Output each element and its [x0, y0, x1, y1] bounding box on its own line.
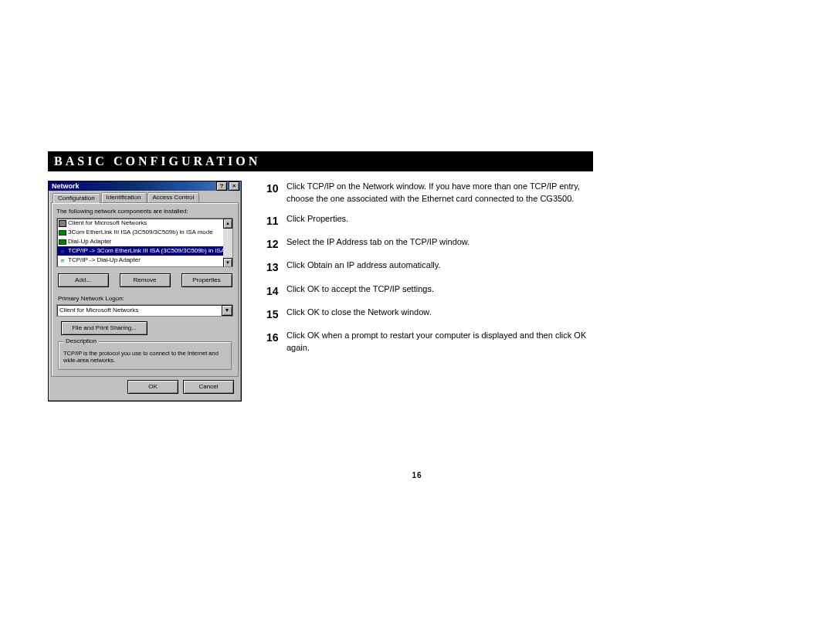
client-icon — [59, 219, 66, 227]
tab-configuration[interactable]: Configuration — [53, 193, 100, 203]
tab-panel: The following network components are ins… — [51, 202, 239, 377]
step: 14Click OK to accept the TCP/IP settings… — [266, 283, 593, 299]
protocol-icon — [59, 247, 66, 255]
list-item-selected: TCP/IP -> 3Com EtherLink III ISA (3C509/… — [57, 246, 232, 256]
protocol-icon — [59, 256, 66, 264]
close-button[interactable]: × — [229, 181, 239, 191]
components-listbox[interactable]: Client for Microsoft Networks 3Com Ether… — [56, 218, 233, 267]
step-number: 16 — [266, 330, 286, 354]
tabs: Configuration Identification Access Cont… — [53, 192, 239, 202]
page-title: BASIC CONFIGURATION — [48, 151, 593, 171]
tab-access-control[interactable]: Access Control — [147, 192, 200, 202]
step-text: Click OK to accept the TCP/IP settings. — [286, 283, 593, 299]
dialog-titlebar: Network ? × — [49, 181, 241, 191]
list-item: Client for Microsoft Networks — [57, 219, 232, 228]
list-item-label: TCP/IP -> Dial-Up Adapter — [68, 256, 141, 264]
step-number: 11 — [266, 213, 286, 229]
logon-label: Primary Network Logon: — [58, 295, 232, 303]
list-item-label: TCP/IP -> 3Com EtherLink III ISA (3C509/… — [68, 247, 225, 255]
step: 15Click OK to close the Network window. — [266, 307, 593, 322]
ok-button[interactable]: OK — [127, 380, 178, 394]
adapter-icon — [59, 238, 66, 246]
help-button[interactable]: ? — [216, 181, 227, 191]
step-number: 14 — [266, 283, 286, 299]
list-item-label: Dial-Up Adapter — [68, 238, 111, 246]
step-number: 15 — [266, 307, 286, 322]
list-item: Dial-Up Adapter — [57, 237, 232, 246]
step: 13Click Obtain an IP address automatical… — [266, 259, 593, 275]
network-dialog: Network ? × Configuration Identification… — [48, 181, 242, 402]
description-legend: Description — [63, 337, 99, 345]
step-text: Click Properties. — [286, 213, 593, 229]
logon-combo[interactable]: Client for Microsoft Networks ▼ — [56, 304, 233, 317]
step-text: Select the IP Address tab on the TCP/IP … — [286, 236, 593, 252]
scrollbar[interactable]: ▲ ▼ — [223, 219, 232, 266]
step-text: Click OK to close the Network window. — [286, 307, 593, 322]
step-number: 12 — [266, 236, 286, 252]
scroll-up-button[interactable]: ▲ — [223, 219, 232, 229]
step-number: 10 — [266, 181, 286, 205]
remove-button[interactable]: Remove — [120, 273, 171, 287]
adapter-icon — [59, 229, 66, 236]
description-group: Description TCP/IP is the protocol you u… — [58, 341, 232, 370]
description-text: TCP/IP is the protocol you use to connec… — [63, 350, 226, 364]
step: 16Click OK when a prompt to restart your… — [266, 330, 593, 354]
content-area: Network ? × Configuration Identification… — [48, 181, 593, 402]
tab-identification[interactable]: Identification — [101, 192, 147, 202]
properties-button[interactable]: Properties — [181, 273, 232, 287]
step: 12Select the IP Address tab on the TCP/I… — [266, 236, 593, 252]
scroll-down-button[interactable]: ▼ — [223, 258, 232, 267]
list-item-label: Client for Microsoft Networks — [68, 219, 147, 227]
add-button[interactable]: Add... — [58, 273, 109, 287]
step-text: Click OK when a prompt to restart your c… — [286, 330, 593, 354]
step-text: Click TCP/IP on the Network window. If y… — [286, 181, 593, 205]
list-item: 3Com EtherLink III ISA (3C509/3C509b) in… — [57, 228, 232, 237]
list-item-label: 3Com EtherLink III ISA (3C509/3C509b) in… — [68, 229, 213, 236]
step: 10Click TCP/IP on the Network window. If… — [266, 181, 593, 205]
dialog-title: Network — [52, 182, 80, 191]
chevron-down-icon[interactable]: ▼ — [222, 305, 232, 316]
file-print-sharing-button[interactable]: File and Print Sharing... — [61, 321, 147, 335]
list-item: TCP/IP -> Dial-Up Adapter — [57, 256, 232, 265]
logon-value: Client for Microsoft Networks — [59, 307, 222, 314]
page-number: 16 — [0, 471, 834, 480]
step-text: Click Obtain an IP address automatically… — [286, 259, 593, 275]
cancel-button[interactable]: Cancel — [183, 380, 234, 394]
list-hint: The following network components are ins… — [56, 208, 233, 215]
step-number: 13 — [266, 259, 286, 275]
step: 11Click Properties. — [266, 213, 593, 229]
instructions: 10Click TCP/IP on the Network window. If… — [266, 181, 593, 362]
